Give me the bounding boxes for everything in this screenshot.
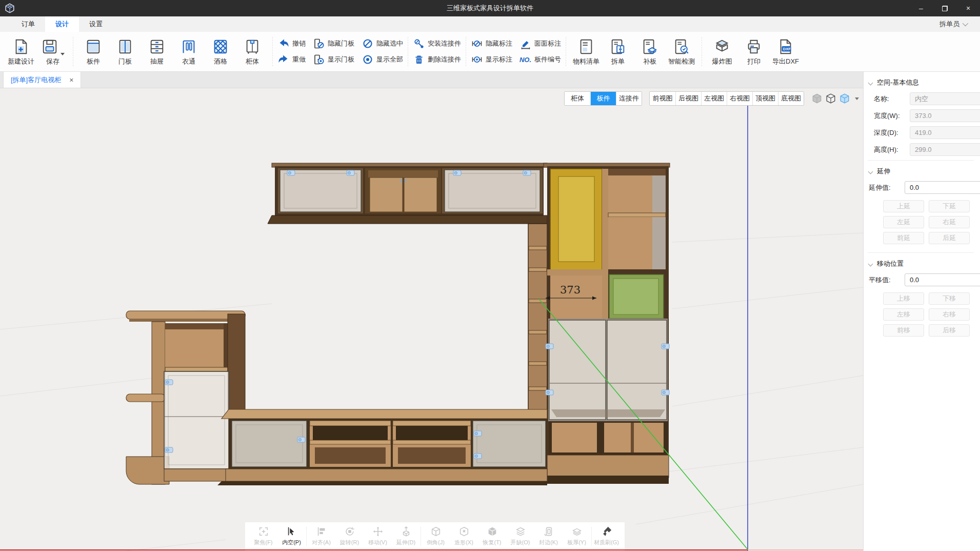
tool-extend[interactable]: 延伸(D)	[392, 522, 420, 551]
upper-cabinet-row[interactable]	[268, 163, 547, 224]
new-design-button[interactable]: 新建设计	[5, 37, 37, 66]
move-left-button[interactable]: 左移	[883, 308, 924, 321]
extend-up-button[interactable]: 上延	[883, 200, 924, 212]
delete-connector-button[interactable]: 删除连接件	[413, 53, 461, 66]
panel-icon	[85, 37, 102, 55]
door-panel-button[interactable]: 门板	[109, 37, 141, 66]
extend-value-input[interactable]	[905, 181, 980, 194]
move-down-button[interactable]: 下移	[929, 292, 970, 305]
tool-inner-space[interactable]: 内空(P)	[277, 522, 306, 551]
undo-button[interactable]: 撤销	[277, 37, 306, 50]
view-back-button[interactable]: 后视图	[675, 92, 701, 105]
panel-button[interactable]: 板件	[77, 37, 109, 66]
show-dimensions-button[interactable]: 显示标注	[471, 53, 512, 66]
tool-chamfer[interactable]: 倒角(J)	[422, 522, 450, 551]
face-dimension-button[interactable]: 面面标注	[519, 37, 561, 50]
show-dimension-icon	[471, 54, 483, 66]
3d-viewport[interactable]: 373 柜体 板件 连接件 前视图 后视图	[0, 88, 863, 551]
main-toolbar: 新建设计 保存 板件	[0, 32, 980, 72]
move-value-input[interactable]	[905, 273, 980, 286]
drawer-button[interactable]: 抽屉	[141, 37, 173, 66]
move-up-button[interactable]: 上移	[883, 292, 924, 305]
export-dxf-button[interactable]: DXF 导出DXF	[770, 37, 802, 66]
view-front-button[interactable]: 前视图	[650, 92, 675, 105]
move-front-button[interactable]: 前移	[883, 324, 924, 337]
tool-shape[interactable]: 造形(X)	[450, 522, 478, 551]
tool-align[interactable]: 对齐(A)	[307, 522, 335, 551]
height-label: 高度(H):	[874, 145, 910, 154]
narrow-shelf-column[interactable]	[528, 224, 547, 410]
tool-rotate[interactable]: 旋转(R)	[335, 522, 364, 551]
move-right-button[interactable]: 右移	[929, 308, 970, 321]
material-list-button[interactable]: 物料清单	[570, 37, 602, 66]
tool-edge-band[interactable]: 封边(K)	[534, 522, 563, 551]
install-connector-button[interactable]: 安装连接件	[413, 37, 461, 50]
show-doors-button[interactable]: 显示门板	[313, 53, 354, 66]
tool-notch[interactable]: 开缺(O)	[506, 522, 534, 551]
extend-right-button[interactable]: 右延	[929, 216, 970, 228]
user-role-dropdown[interactable]: 拆单员	[939, 16, 980, 32]
minimize-button[interactable]: –	[909, 0, 933, 16]
shading-solid-icon[interactable]	[811, 93, 823, 104]
view-bottom-button[interactable]: 底视图	[778, 92, 804, 105]
document-tab[interactable]: [拆单]客厅电视柜 ×	[3, 72, 81, 88]
shading-dropdown-icon[interactable]	[855, 97, 859, 100]
save-dropdown-icon[interactable]	[61, 53, 65, 55]
extend-left-button[interactable]: 左延	[883, 216, 924, 228]
save-button[interactable]: 保存	[37, 37, 69, 66]
restore-button[interactable]	[933, 0, 956, 16]
view-left-button[interactable]: 左视图	[701, 92, 727, 105]
menu-tab-settings[interactable]: 设置	[79, 16, 113, 32]
width-label: 宽度(W):	[874, 111, 910, 121]
menu-tab-design[interactable]: 设计	[45, 16, 79, 32]
new-file-icon	[12, 37, 30, 55]
restore-icon	[942, 6, 948, 11]
extend-front-button[interactable]: 前延	[883, 232, 924, 244]
tool-focus[interactable]: 聚焦(F)	[249, 522, 277, 551]
tool-material-brush[interactable]: 材质刷(G)	[592, 522, 621, 551]
tool-move[interactable]: 移动(V)	[364, 522, 392, 551]
hide-selected-button[interactable]: 隐藏选中	[362, 37, 403, 50]
view-right-button[interactable]: 右视图	[727, 92, 752, 105]
redo-button[interactable]: 重做	[277, 53, 306, 66]
shading-transparent-icon[interactable]	[839, 93, 850, 104]
tab-close-icon[interactable]: ×	[69, 76, 73, 84]
save-icon	[41, 38, 58, 55]
left-unit[interactable]	[126, 311, 245, 484]
view-top-button[interactable]: 顶视图	[752, 92, 778, 105]
exploded-view-button[interactable]: 爆炸图	[706, 37, 738, 66]
right-tall-unit[interactable]	[542, 163, 670, 484]
cabinet-body-button[interactable]: 柜体	[236, 37, 268, 66]
print-button[interactable]: 打印	[738, 37, 770, 66]
hide-doors-button[interactable]: 隐藏门板	[313, 37, 354, 50]
extend-back-button[interactable]: 后延	[929, 232, 970, 244]
hide-dimensions-button[interactable]: 隐藏标注	[471, 37, 512, 50]
clothes-rail-button[interactable]: 衣通	[173, 37, 205, 66]
tool-panel-thickness[interactable]: 板厚(Y)	[563, 522, 591, 551]
panel-number-button[interactable]: NO. 板件编号	[519, 53, 561, 66]
section-extend-header[interactable]: 延伸	[868, 166, 974, 181]
wine-rack-button[interactable]: 酒格	[205, 37, 236, 66]
show-all-button[interactable]: 显示全部	[362, 53, 403, 66]
cabinet-body-icon	[244, 37, 261, 55]
mode-cabinet-button[interactable]: 柜体	[565, 92, 590, 105]
split-order-button[interactable]: 拆单	[602, 37, 634, 66]
close-button[interactable]: ×	[956, 0, 980, 16]
mode-panel-button[interactable]: 板件	[590, 92, 616, 105]
properties-panel: 空间-基本信息 名称: 宽度(W): 深度(D): 高度(H): 延伸	[863, 72, 980, 551]
mode-connector-button[interactable]: 连接件	[616, 92, 642, 105]
section-move-header[interactable]: 移动位置	[868, 258, 974, 273]
menu-tab-order[interactable]: 订单	[11, 16, 45, 32]
shading-wireframe-icon[interactable]	[825, 93, 836, 104]
patch-panel-button[interactable]: 补板	[634, 37, 666, 66]
tool-restore[interactable]: 恢复(T)	[478, 522, 506, 551]
collapse-chevron-icon	[868, 169, 873, 174]
svg-text:373: 373	[560, 284, 581, 296]
printer-icon	[745, 37, 763, 55]
smart-check-button[interactable]: 智能检测	[666, 37, 697, 66]
section-basic-info-header[interactable]: 空间-基本信息	[868, 77, 974, 92]
move-back-button[interactable]: 后移	[929, 324, 970, 337]
extend-down-button[interactable]: 下延	[929, 200, 970, 212]
tv-bench[interactable]	[217, 409, 547, 485]
scene-svg[interactable]: 373	[0, 88, 863, 551]
